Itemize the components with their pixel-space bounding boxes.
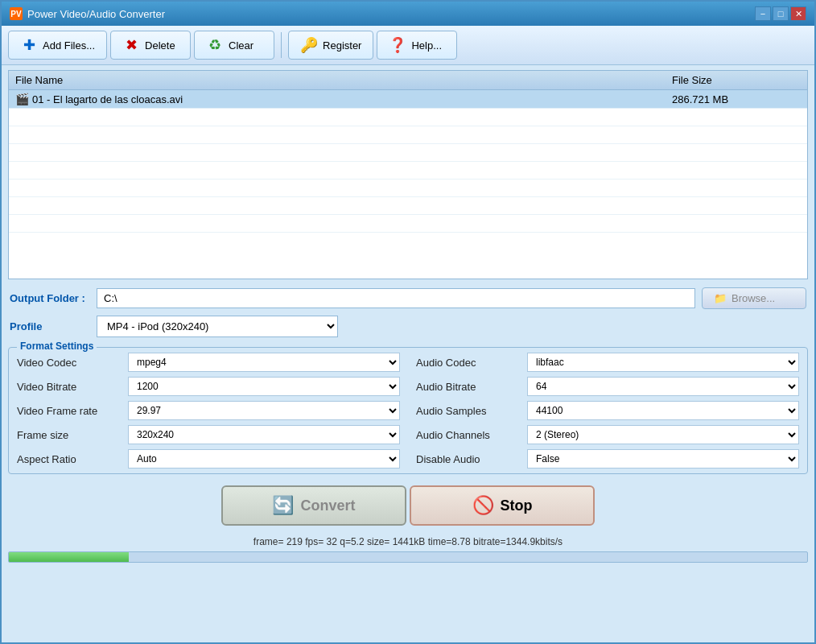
add-files-button[interactable]: ✚ Add Files... [8,31,107,60]
settings-grid: Video Codec mpeg4 Audio Codec libfaac Vi… [17,353,799,469]
file-list-body[interactable]: 🎬 01 - El lagarto de las cloacas.avi 286… [9,90,807,279]
add-files-label: Add Files... [43,39,95,52]
stop-button[interactable]: 🚫 Stop [410,485,595,526]
video-bitrate-label: Video Bitrate [17,381,122,393]
clear-button[interactable]: ♻ Clear [194,31,274,60]
help-label: Help... [411,39,442,52]
delete-label: Delete [145,39,175,52]
file-size: 286.721 MB [672,93,801,105]
empty-row [9,162,807,180]
profile-select[interactable]: MP4 - iPod (320x240) [97,316,338,337]
title-buttons: − □ ✕ [755,6,806,21]
col-filename-header: File Name [15,74,672,86]
register-icon: 🔑 [300,36,318,54]
frame-size-select[interactable]: 320x240 [128,425,400,444]
convert-icon: 🔄 [272,495,294,516]
profile-section: Profile MP4 - iPod (320x240) [2,314,814,344]
browse-icon: 📁 [714,292,727,304]
empty-row [9,126,807,144]
audio-channels-label: Audio Channels [416,429,521,441]
audio-samples-select[interactable]: 44100 [527,401,799,420]
file-list-header: File Name File Size [9,71,807,90]
video-codec-label: Video Codec [17,357,122,369]
minimize-button[interactable]: − [755,6,771,21]
aspect-ratio-select[interactable]: Auto [128,449,400,469]
format-settings-panel: Format Settings Video Codec mpeg4 Audio … [8,347,808,474]
video-codec-row: Video Codec mpeg4 [17,353,400,372]
app-icon: PV [10,7,23,20]
file-icon: 🎬 [15,93,29,105]
help-icon: ❓ [389,36,406,54]
file-list-container: File Name File Size 🎬 01 - El lagarto de… [8,70,808,279]
audio-channels-select[interactable]: 2 (Stereo) [527,425,799,444]
clear-label: Clear [229,39,253,52]
aspect-ratio-row: Aspect Ratio Auto [17,449,400,469]
output-folder-input[interactable] [97,288,695,308]
toolbar: ✚ Add Files... ✖ Delete ♻ Clear 🔑 Regist… [2,26,814,65]
video-bitrate-row: Video Bitrate 1200 [17,377,400,396]
add-icon: ✚ [20,36,38,54]
frame-size-row: Frame size 320x240 [17,425,400,444]
video-codec-select[interactable]: mpeg4 [128,353,400,372]
convert-button[interactable]: 🔄 Convert [221,485,406,526]
progress-bar-fill [9,552,129,562]
convert-label: Convert [300,497,355,514]
video-framerate-select[interactable]: 29.97 [128,401,400,420]
audio-codec-select[interactable]: libfaac [527,353,799,372]
browse-label: Browse... [732,292,775,304]
output-folder-label: Output Folder : [10,292,90,304]
stop-label: Stop [501,497,533,514]
empty-row [9,180,807,197]
close-button[interactable]: ✕ [790,6,806,21]
title-bar: PV Power Video/Audio Converter − □ ✕ [2,2,814,26]
empty-row [9,215,807,233]
status-bar: frame= 219 fps= 32 q=5.2 size= 1441kB ti… [2,534,814,550]
video-framerate-label: Video Frame rate [17,405,122,417]
empty-row [9,109,807,126]
audio-bitrate-select[interactable]: 64 [527,377,799,396]
output-section: Output Folder : 📁 Browse... [2,283,814,314]
register-label: Register [323,39,361,52]
disable-audio-row: Disable Audio False [416,449,799,469]
video-bitrate-select[interactable]: 1200 [128,377,400,396]
frame-size-label: Frame size [17,429,122,441]
action-buttons: 🔄 Convert 🚫 Stop [2,477,814,534]
empty-row [9,144,807,162]
title-bar-left: PV Power Video/Audio Converter [10,7,165,20]
main-window: PV Power Video/Audio Converter − □ ✕ ✚ A… [0,0,816,644]
audio-bitrate-row: Audio Bitrate 64 [416,377,799,396]
disable-audio-label: Disable Audio [416,453,521,465]
audio-samples-label: Audio Samples [416,405,521,417]
delete-icon: ✖ [122,36,140,54]
table-row[interactable]: 🎬 01 - El lagarto de las cloacas.avi 286… [9,90,807,109]
empty-row [9,197,807,215]
col-filesize-header: File Size [672,74,801,86]
clear-icon: ♻ [206,36,224,54]
toolbar-separator [281,32,282,58]
aspect-ratio-label: Aspect Ratio [17,453,122,465]
profile-label: Profile [10,320,90,332]
audio-channels-row: Audio Channels 2 (Stereo) [416,425,799,444]
format-settings-title: Format Settings [17,341,97,352]
help-button[interactable]: ❓ Help... [377,31,457,60]
delete-button[interactable]: ✖ Delete [110,31,191,60]
disable-audio-select[interactable]: False [527,449,799,469]
progress-bar-container [8,551,808,563]
file-name: 01 - El lagarto de las cloacas.avi [32,93,672,105]
window-title: Power Video/Audio Converter [27,8,165,20]
browse-button[interactable]: 📁 Browse... [702,287,806,309]
stop-icon: 🚫 [472,495,494,516]
audio-bitrate-label: Audio Bitrate [416,381,521,393]
register-button[interactable]: 🔑 Register [288,31,373,60]
audio-codec-row: Audio Codec libfaac [416,353,799,372]
restore-button[interactable]: □ [773,6,789,21]
status-text: frame= 219 fps= 32 q=5.2 size= 1441kB ti… [253,536,563,547]
video-framerate-row: Video Frame rate 29.97 [17,401,400,420]
audio-samples-row: Audio Samples 44100 [416,401,799,420]
audio-codec-label: Audio Codec [416,357,521,369]
